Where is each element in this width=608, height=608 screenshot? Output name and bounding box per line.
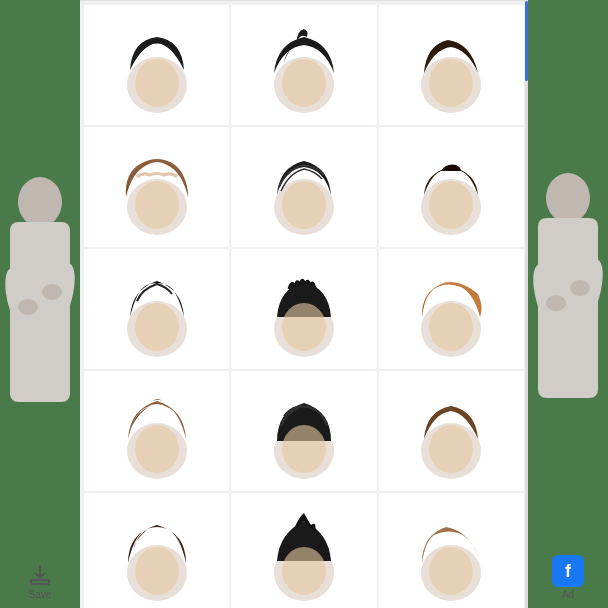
hair-item-3[interactable] xyxy=(379,5,524,125)
svg-point-28 xyxy=(282,425,326,473)
scrollbar-track[interactable] xyxy=(525,1,528,608)
hair-item-2[interactable] xyxy=(231,5,376,125)
svg-point-34 xyxy=(282,547,326,595)
svg-point-12 xyxy=(429,59,473,107)
hair-style-9 xyxy=(406,259,496,359)
svg-point-8 xyxy=(135,59,179,107)
hair-style-14 xyxy=(259,503,349,603)
right-person-svg xyxy=(528,118,608,438)
hair-style-5 xyxy=(259,137,349,237)
hair-item-7[interactable] xyxy=(84,249,229,369)
left-save-label: Save xyxy=(29,589,52,600)
right-facebook-icon: f xyxy=(552,555,584,587)
svg-point-22 xyxy=(282,303,326,351)
hair-style-1 xyxy=(112,15,202,115)
hair-item-14[interactable] xyxy=(231,493,376,608)
scrollbar-thumb[interactable] xyxy=(525,1,528,81)
svg-point-18 xyxy=(429,181,473,229)
svg-point-32 xyxy=(135,547,179,595)
hair-style-15 xyxy=(406,503,496,603)
right-fb-btn[interactable]: f Ad xyxy=(552,555,584,600)
svg-rect-6 xyxy=(31,580,49,584)
hair-style-12 xyxy=(406,381,496,481)
hair-style-6 xyxy=(406,137,496,237)
svg-point-5 xyxy=(18,299,38,315)
hair-style-10 xyxy=(112,381,202,481)
hair-item-10[interactable] xyxy=(84,371,229,491)
left-side-panel: Save xyxy=(0,0,80,608)
hair-style-13 xyxy=(112,503,202,603)
hair-style-7 xyxy=(112,259,202,359)
svg-point-16 xyxy=(282,181,326,229)
hair-item-9[interactable] xyxy=(379,249,524,369)
svg-point-4 xyxy=(42,284,62,300)
svg-point-45 xyxy=(546,295,566,311)
svg-point-24 xyxy=(429,303,473,351)
hair-style-4 xyxy=(112,137,202,237)
hair-item-12[interactable] xyxy=(379,371,524,491)
right-person xyxy=(528,0,608,555)
left-person xyxy=(0,0,80,563)
hair-item-15[interactable] xyxy=(379,493,524,608)
svg-point-14 xyxy=(135,181,179,229)
svg-point-40 xyxy=(546,173,590,223)
svg-point-36 xyxy=(429,547,473,595)
svg-point-30 xyxy=(429,425,473,473)
right-ad-label: Ad xyxy=(562,589,574,600)
right-side-panel: f Ad xyxy=(528,0,608,608)
left-person-svg xyxy=(0,122,80,442)
svg-point-0 xyxy=(18,177,62,227)
svg-point-44 xyxy=(570,280,590,296)
svg-point-26 xyxy=(135,425,179,473)
hair-item-6[interactable] xyxy=(379,127,524,247)
hair-style-3 xyxy=(406,15,496,115)
hair-style-2 xyxy=(259,15,349,115)
hair-grid xyxy=(80,1,528,608)
hair-item-11[interactable] xyxy=(231,371,376,491)
main-panel: Trendy Spike Classic Color Hair Curly Si… xyxy=(80,0,528,608)
hair-style-8 xyxy=(259,259,349,359)
left-save-btn[interactable]: Save xyxy=(28,563,52,600)
svg-point-20 xyxy=(135,303,179,351)
hair-item-1[interactable] xyxy=(84,5,229,125)
hair-style-11 xyxy=(259,381,349,481)
svg-point-10 xyxy=(282,59,326,107)
hair-item-5[interactable] xyxy=(231,127,376,247)
hair-item-13[interactable] xyxy=(84,493,229,608)
left-save-icon xyxy=(28,563,52,587)
hair-item-4[interactable] xyxy=(84,127,229,247)
hair-item-8[interactable] xyxy=(231,249,376,369)
